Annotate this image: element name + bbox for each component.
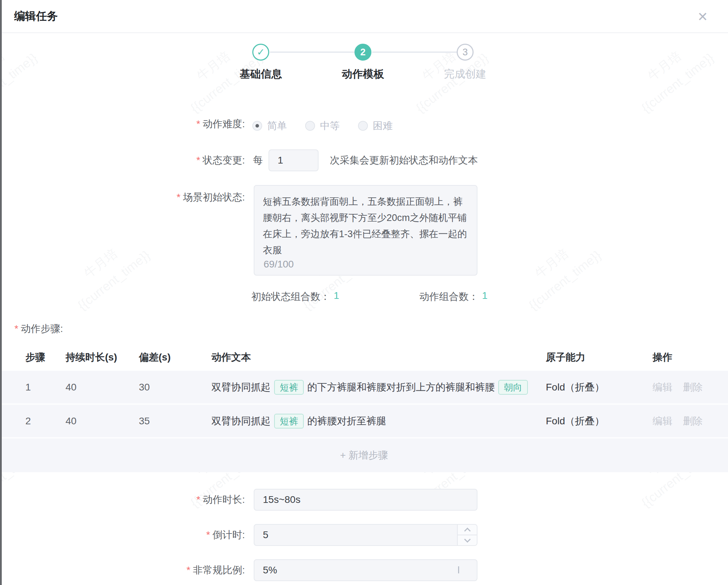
ability-cell: Fold（折叠） (546, 381, 653, 394)
action-text-cell: 双臂协同抓起短裤的裤腰对折至裤腿 (211, 414, 546, 429)
header-action-text: 动作文本 (211, 351, 546, 364)
action-steps-table: 步骤 持续时长(s) 偏差(s) 动作文本 原子能力 操作 1 40 30 双臂… (0, 344, 728, 472)
radio-circle (305, 121, 315, 131)
radio-option-medium[interactable]: 中等 (305, 119, 340, 133)
step-1-marker: ✓ (252, 44, 269, 61)
table-body: 1 40 30 双臂协同抓起短裤的下方裤腿和裤腰对折到上方的裤腿和裤腰朝向 Fo… (0, 371, 728, 438)
required-asterisk: * (196, 155, 200, 166)
difficulty-label: *动作难度: (196, 118, 245, 130)
countdown-spinner (457, 525, 477, 545)
radio-label: 简单 (267, 119, 287, 133)
add-step-button[interactable]: + 新增步骤 (0, 438, 728, 472)
table-header: 步骤 持续时长(s) 偏差(s) 动作文本 原子能力 操作 (0, 344, 728, 371)
state-change-suffix: 次采集会更新初始状态和动作文本 (330, 154, 478, 166)
state-change-input[interactable] (269, 149, 319, 171)
spinner-down-button[interactable] (458, 535, 477, 545)
chevron-down-icon (464, 536, 470, 542)
action-text: 的裤腰对折至裤腿 (307, 414, 386, 428)
watermark-text: 牛月培{{current_time}} (0, 31, 42, 118)
dialog-header: 编辑任务 ✕ (0, 0, 728, 33)
step-number-cell: 1 (0, 382, 66, 393)
edit-link[interactable]: 编辑 (653, 381, 672, 394)
deviation-cell: 35 (139, 415, 211, 427)
action-text: 的下方裤腿和裤腰对折到上方的裤腿和裤腰 (307, 381, 495, 394)
page-edge-strip (0, 0, 2, 585)
spinner-up-button[interactable] (458, 525, 477, 535)
countdown-input[interactable] (254, 524, 477, 546)
tag-badge: 朝向 (498, 380, 528, 395)
step-connector (270, 51, 354, 53)
radio-option-hard[interactable]: 困难 (358, 119, 393, 133)
required-asterisk: * (196, 118, 200, 129)
action-text: 双臂协同抓起 (211, 381, 271, 394)
action-steps-label: *动作步骤: (14, 323, 63, 335)
required-asterisk: * (206, 529, 210, 540)
header-ability: 原子能力 (546, 351, 653, 364)
step-3-marker: 3 (457, 44, 474, 61)
watermark-text: 牛月培{{current_time}} (60, 228, 155, 316)
dialog-title: 编辑任务 (14, 0, 58, 32)
tag-badge: 短裤 (274, 414, 304, 429)
row-actions-cell: 编辑删除 (653, 381, 728, 394)
delete-link[interactable]: 删除 (683, 381, 703, 394)
duration-cell: 40 (66, 415, 139, 427)
delete-link[interactable]: 删除 (683, 414, 703, 428)
countdown-label: *倒计时: (206, 529, 245, 541)
unusual-ratio-label: *非常规比例: (186, 564, 245, 576)
step-2-marker: 2 (354, 44, 371, 61)
scene-initial-state-textarea[interactable]: 短裤五条数据背面朝上，五条数据正面朝上，裤腰朝右，离头部视野下方至少20cm之外… (254, 185, 477, 276)
radio-label: 中等 (320, 119, 340, 133)
edit-link[interactable]: 编辑 (653, 414, 672, 428)
required-asterisk: * (196, 494, 200, 505)
watermark-text: 牛月培{{current_time}} (511, 228, 606, 316)
required-asterisk: * (186, 565, 190, 575)
state-change-prefix: 每 (253, 154, 263, 166)
table-row: 2 40 35 双臂协同抓起短裤的裤腰对折至裤腿 Fold（折叠） 编辑删除 (0, 405, 728, 438)
radio-option-easy[interactable]: 简单 (252, 119, 287, 133)
radio-label: 困难 (373, 119, 393, 133)
close-icon[interactable]: ✕ (694, 8, 711, 25)
header-operations: 操作 (653, 351, 728, 364)
action-combo-count: 动作组合数： 1 (419, 290, 488, 303)
initial-state-label: *场景初始状态: (177, 191, 245, 203)
step-1-label: 基础信息 (215, 67, 307, 81)
header-step: 步骤 (0, 351, 66, 364)
deviation-cell: 30 (139, 382, 211, 393)
watermark-text: 牛月培{{current_time}} (623, 31, 719, 118)
state-change-label: *状态变更: (196, 154, 245, 166)
row-actions-cell: 编辑删除 (653, 414, 728, 428)
header-deviation: 偏差(s) (139, 351, 211, 364)
step-connector (372, 51, 457, 53)
scene-initial-state-text: 短裤五条数据背面朝上，五条数据正面朝上，裤腰朝右，离头部视野下方至少20cm之外… (263, 193, 468, 258)
combo-label: 初始状态组合数： (251, 290, 330, 303)
chevron-up-icon (464, 528, 470, 534)
ability-cell: Fold（折叠） (546, 414, 653, 428)
combo-label: 动作组合数： (419, 290, 479, 303)
duration-cell: 40 (66, 382, 139, 393)
edit-task-dialog: { "dialog": { "title": "编辑任务", "close_gl… (0, 0, 728, 585)
char-counter: 69/100 (264, 259, 294, 270)
initial-state-combo-count: 初始状态组合数： 1 (251, 290, 339, 303)
tag-badge: 短裤 (274, 380, 304, 395)
chevron-down-icon (458, 567, 459, 574)
header-duration: 持续时长(s) (66, 351, 139, 364)
step-number-cell: 2 (0, 415, 66, 427)
difficulty-radio-group: 简单 中等 困难 (252, 119, 393, 133)
unusual-ratio-select[interactable] (254, 559, 477, 581)
table-row: 1 40 30 双臂协同抓起短裤的下方裤腿和裤腰对折到上方的裤腿和裤腰朝向 Fo… (0, 371, 728, 405)
combo-value: 1 (482, 290, 488, 303)
combo-value: 1 (334, 290, 339, 303)
required-asterisk: * (177, 192, 180, 203)
step-3-label: 完成创建 (419, 67, 511, 81)
required-asterisk: * (14, 323, 18, 334)
action-text-cell: 双臂协同抓起短裤的下方裤腿和裤腰对折到上方的裤腿和裤腰朝向 (211, 380, 546, 395)
step-2-label: 动作模板 (317, 67, 409, 81)
radio-circle (358, 121, 368, 131)
duration-input[interactable] (254, 489, 477, 511)
action-text: 双臂协同抓起 (211, 414, 271, 428)
duration-label: *动作时长: (196, 494, 245, 506)
radio-circle-checked (252, 121, 262, 131)
